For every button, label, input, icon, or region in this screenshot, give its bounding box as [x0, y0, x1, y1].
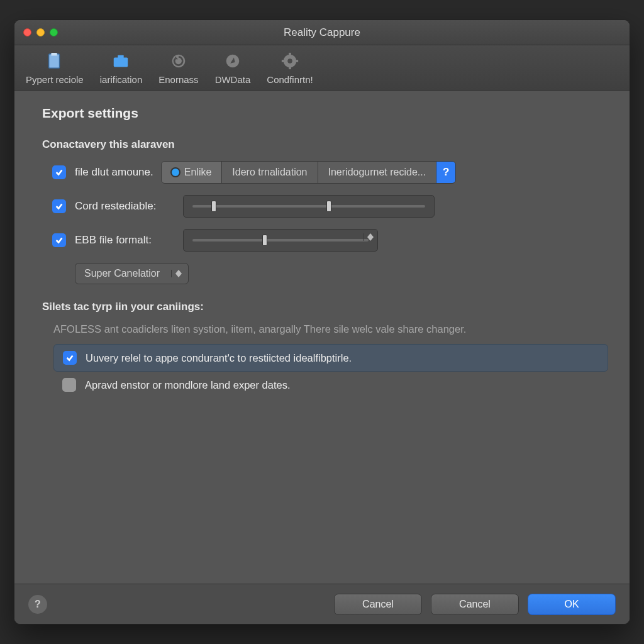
slider-thumb-2[interactable]	[326, 201, 331, 212]
settings-window: Reality Cappure Pypert reciole iarificat…	[14, 19, 630, 625]
svg-rect-1	[51, 53, 57, 56]
svg-rect-2	[114, 57, 128, 67]
slider-ebb[interactable]	[183, 229, 378, 252]
help-button[interactable]: ?	[436, 162, 455, 183]
label-ebb: EBB file formalt:	[75, 234, 175, 247]
close-icon[interactable]	[23, 28, 31, 36]
section-heading-2: Silets tac tyrp iin your caniings:	[42, 301, 608, 313]
slider-track	[192, 205, 425, 208]
row-file-dlut: file dlut amoune. Enlike Idero trnalidat…	[42, 161, 608, 184]
gear-icon	[279, 52, 301, 70]
tab-condfinrtn[interactable]: Condfinrtn!	[267, 52, 313, 85]
toolbar: Pypert reciole iarification Enornass DWD…	[14, 45, 630, 91]
label-file-dlut: file dlut amoune.	[75, 166, 153, 179]
row-ebb: EBB file formalt:	[42, 229, 608, 252]
help-icon[interactable]: ?	[28, 595, 47, 614]
tab-label: DWData	[215, 74, 251, 85]
content-area: Export settings Conactavery this alarave…	[14, 91, 630, 584]
footer: ? Cancel Cancel OK	[14, 584, 630, 624]
slider-track	[192, 239, 369, 242]
checkbox-ebb[interactable]	[52, 233, 66, 247]
tab-label: Condfinrtn!	[267, 74, 313, 85]
dropdown-super-canelatior[interactable]: Super Canelatior	[75, 263, 189, 284]
segmented-control: Enlike Idero trnalidation Ineridogurnet …	[161, 161, 456, 184]
seg-enlike[interactable]: Enlike	[162, 162, 223, 183]
tab-iarification[interactable]: iarification	[100, 52, 143, 85]
radio-dot-icon	[172, 169, 179, 176]
svg-rect-10	[282, 60, 286, 62]
briefcase-icon	[110, 52, 131, 70]
slider-cord[interactable]	[183, 195, 435, 218]
row-cord: Cord restediable:	[42, 195, 608, 218]
svg-rect-11	[295, 60, 299, 62]
dropdown-label: Super Canelatior	[84, 268, 160, 279]
seg-label: Enlike	[184, 167, 212, 178]
chevron-down-icon	[175, 274, 182, 277]
svg-rect-3	[118, 55, 124, 58]
slider-thumb[interactable]	[211, 201, 216, 212]
svg-rect-0	[48, 54, 59, 69]
stepper-icon	[171, 270, 182, 277]
page-title: Export settings	[42, 106, 608, 121]
chevron-down-icon	[367, 237, 374, 241]
section-description: AFOLESS ant coadiclers liten systion, ii…	[53, 323, 608, 335]
cancel-button[interactable]: Cancel	[334, 594, 422, 615]
section-silets: Silets tac tyrp iin your caniings: AFOLE…	[42, 301, 608, 398]
stepper[interactable]	[363, 233, 374, 241]
maximize-icon[interactable]	[50, 28, 58, 36]
label-apravd: Apravd enstor or mondlore land exper dat…	[85, 379, 291, 391]
tab-label: Pypert reciole	[26, 74, 84, 85]
label-cord: Cord restediable:	[75, 200, 175, 213]
cancel-button-2[interactable]: Cancel	[431, 594, 519, 615]
tab-label: Enornass	[158, 74, 198, 85]
ok-button[interactable]: OK	[528, 594, 616, 615]
document-icon	[44, 52, 65, 70]
svg-point-7	[287, 58, 292, 64]
refresh-icon	[168, 52, 189, 70]
slider-thumb[interactable]	[262, 235, 267, 246]
tab-label: iarification	[100, 74, 143, 85]
seg-label: Idero trnalidation	[232, 167, 307, 178]
checkbox-uuvery[interactable]	[63, 351, 77, 365]
minimize-icon[interactable]	[36, 28, 45, 36]
window-title: Reality Cappure	[14, 26, 630, 39]
seg-ineridogurnet[interactable]: Ineridogurnet recide...	[318, 162, 437, 183]
compass-icon	[222, 52, 243, 70]
tab-pypert[interactable]: Pypert reciole	[26, 52, 84, 85]
option-apravd[interactable]: Apravd enstor or mondlore land exper dat…	[53, 372, 608, 398]
section-heading: Conactavery this alaraven	[42, 138, 608, 151]
checkbox-cord[interactable]	[52, 199, 66, 213]
label-uuvery: Uuvery relel to appe condurant'c to rest…	[86, 352, 352, 364]
traffic-lights	[23, 28, 58, 36]
titlebar: Reality Cappure	[14, 20, 630, 45]
tab-enornass[interactable]: Enornass	[158, 52, 198, 85]
tab-dwdata[interactable]: DWData	[215, 52, 251, 85]
svg-rect-8	[289, 53, 291, 57]
option-uuvery[interactable]: Uuvery relel to appe condurant'c to rest…	[53, 344, 608, 372]
seg-idero[interactable]: Idero trnalidation	[222, 162, 318, 183]
svg-rect-9	[289, 66, 291, 70]
checkbox-file-dlut[interactable]	[52, 165, 66, 179]
row-dropdown: Super Canelatior	[42, 263, 608, 284]
checkbox-apravd[interactable]	[62, 378, 76, 392]
seg-label: Ineridogurnet recide...	[328, 167, 426, 178]
